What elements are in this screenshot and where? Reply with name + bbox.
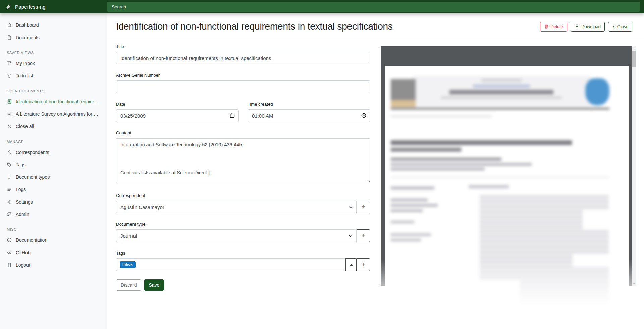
door-icon bbox=[7, 262, 12, 268]
document-type-label: Document type bbox=[116, 222, 370, 227]
close-icon bbox=[7, 124, 12, 129]
save-button[interactable]: Save bbox=[144, 279, 164, 291]
search-input[interactable] bbox=[107, 2, 640, 12]
leaf-logo-icon bbox=[5, 3, 12, 10]
sidebar-item-logs[interactable]: Logs bbox=[0, 183, 107, 196]
date-input[interactable] bbox=[116, 109, 239, 122]
header-actions: Delete Download × Close bbox=[540, 22, 632, 32]
paperless-app: Paperless-ng Dashboard Documents SAVED V… bbox=[0, 0, 644, 329]
title-label: Title bbox=[116, 44, 370, 49]
file-icon bbox=[7, 35, 12, 40]
sidebar-item-logout[interactable]: Logout bbox=[0, 259, 107, 271]
correspondent-select[interactable]: Agustin Casamayor bbox=[116, 201, 357, 213]
tags-label: Tags bbox=[116, 251, 370, 256]
person-icon bbox=[7, 150, 12, 155]
chevron-down-icon bbox=[348, 205, 353, 210]
sidebar-item-settings[interactable]: Settings bbox=[0, 196, 107, 208]
title-input[interactable] bbox=[116, 52, 370, 64]
archive-serial-number-input[interactable] bbox=[116, 80, 370, 93]
sidebar-item-tags[interactable]: Tags bbox=[0, 158, 107, 171]
section-saved-views: SAVED VIEWS bbox=[7, 51, 100, 55]
chevron-down-icon bbox=[348, 234, 353, 238]
funnel-icon bbox=[7, 73, 12, 78]
time-created-label: Time created bbox=[248, 102, 370, 107]
pdf-page bbox=[385, 66, 629, 314]
plus-icon: + bbox=[361, 261, 365, 268]
preview-scrollbar-thumb[interactable] bbox=[632, 51, 636, 67]
time-created-input[interactable] bbox=[248, 109, 370, 122]
document-type-select[interactable]: Journal bbox=[116, 229, 357, 242]
sidebar-item-document-types[interactable]: # Document types bbox=[0, 171, 107, 183]
preview-scrollbar[interactable]: ▲ ▼ bbox=[632, 46, 636, 286]
tags-input[interactable]: Inbox bbox=[116, 258, 346, 271]
pdf-preview-panel bbox=[381, 46, 632, 286]
delete-button[interactable]: Delete bbox=[540, 22, 568, 32]
add-tag-button[interactable]: + bbox=[356, 258, 370, 271]
correspondent-label: Correspondent bbox=[116, 193, 370, 198]
sidebar-item-dashboard[interactable]: Dashboard bbox=[0, 19, 107, 31]
download-button[interactable]: Download bbox=[571, 22, 605, 32]
sidebar-open-doc-1[interactable]: Identification of non-functional require… bbox=[0, 95, 107, 108]
tag-inbox[interactable]: Inbox bbox=[120, 261, 136, 268]
document-edit-form: Title Archive Serial Number Date Time cr… bbox=[116, 44, 370, 291]
close-icon: × bbox=[612, 24, 615, 29]
sidebar-item-admin[interactable]: Admin bbox=[0, 208, 107, 220]
document-header: Identification of non-functional require… bbox=[107, 13, 644, 40]
content-textarea[interactable]: Information and Software Technology 52 (… bbox=[116, 138, 370, 183]
asn-label: Archive Serial Number bbox=[116, 73, 370, 78]
file-text-icon bbox=[7, 99, 12, 104]
sidebar-item-github[interactable]: GitHub bbox=[0, 246, 107, 259]
svg-text:?: ? bbox=[9, 238, 10, 242]
pdf-fade-overlay bbox=[381, 260, 633, 317]
sidebar-item-documentation[interactable]: ? Documentation bbox=[0, 234, 107, 246]
collapse-tags-button[interactable] bbox=[345, 258, 357, 271]
toggles-icon bbox=[7, 212, 12, 217]
sidebar: Dashboard Documents SAVED VIEWS My Inbox… bbox=[0, 13, 107, 329]
plus-icon: + bbox=[361, 232, 365, 239]
add-correspondent-button[interactable]: + bbox=[356, 201, 370, 213]
brand-title: Paperless-ng bbox=[15, 4, 46, 10]
section-misc: MISC bbox=[7, 227, 100, 231]
file-text-icon bbox=[7, 111, 12, 117]
trash-icon bbox=[544, 24, 549, 29]
home-icon bbox=[7, 22, 12, 28]
top-navbar: Paperless-ng bbox=[0, 0, 644, 13]
svg-text:#: # bbox=[8, 174, 11, 179]
page-title: Identification of non-functional require… bbox=[116, 21, 393, 32]
section-open-documents: OPEN DOCUMENTS bbox=[7, 89, 100, 93]
scroll-down-icon[interactable]: ▼ bbox=[632, 282, 636, 285]
close-button[interactable]: × Close bbox=[608, 22, 632, 32]
discard-button[interactable]: Discard bbox=[116, 279, 141, 291]
sidebar-item-close-all[interactable]: Close all bbox=[0, 120, 107, 132]
sidebar-item-todo-list[interactable]: Todo list bbox=[0, 69, 107, 82]
question-circle-icon: ? bbox=[7, 237, 12, 243]
add-document-type-button[interactable]: + bbox=[356, 229, 370, 242]
section-manage: MANAGE bbox=[7, 140, 100, 144]
link-icon bbox=[7, 250, 12, 255]
date-label: Date bbox=[116, 102, 239, 107]
plus-icon: + bbox=[361, 203, 365, 210]
content-label: Content bbox=[116, 130, 370, 135]
sidebar-item-documents[interactable]: Documents bbox=[0, 31, 107, 44]
sidebar-open-doc-2[interactable]: A Literature Survey on Algorithms for Mu… bbox=[0, 108, 107, 120]
download-icon bbox=[575, 24, 579, 29]
sidebar-item-correspondents[interactable]: Correspondents bbox=[0, 146, 107, 158]
sidebar-item-my-inbox[interactable]: My Inbox bbox=[0, 57, 107, 69]
tag-icon bbox=[7, 162, 12, 167]
list-icon bbox=[7, 187, 12, 192]
hash-icon: # bbox=[7, 174, 12, 180]
caret-up-icon bbox=[350, 264, 353, 266]
brand[interactable]: Paperless-ng bbox=[0, 3, 107, 10]
scroll-up-icon[interactable]: ▲ bbox=[632, 47, 636, 50]
gear-icon bbox=[7, 199, 12, 205]
funnel-icon bbox=[7, 61, 12, 66]
